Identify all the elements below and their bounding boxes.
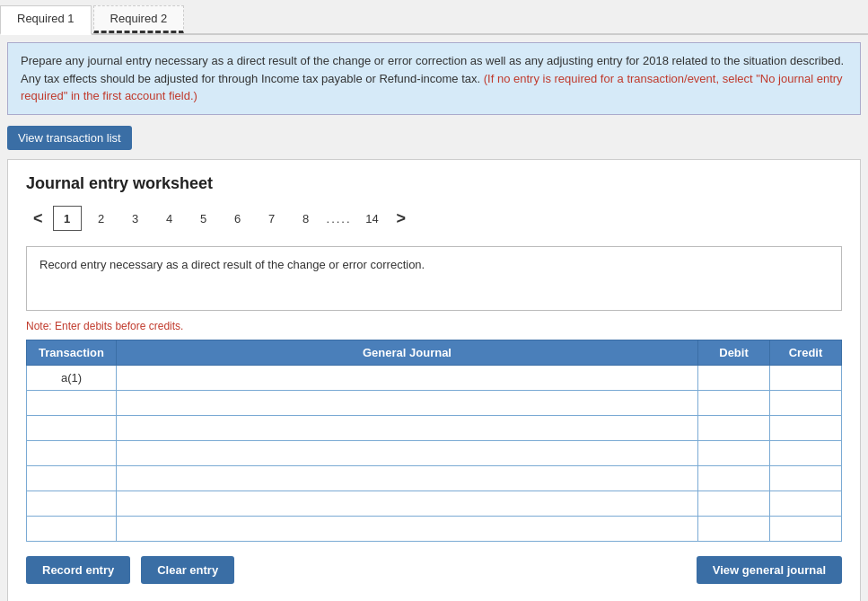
credit-cell[interactable] <box>770 465 842 491</box>
debit-cell[interactable] <box>698 491 770 516</box>
debit-input[interactable] <box>698 416 769 440</box>
note-text: Note: Enter debits before credits. <box>26 320 842 332</box>
credit-cell[interactable] <box>770 365 842 390</box>
page-num-6[interactable]: 6 <box>224 206 252 231</box>
general-journal-input[interactable] <box>117 517 697 541</box>
table-row <box>27 415 842 440</box>
clear-entry-button[interactable]: Clear entry <box>141 556 234 584</box>
credit-input[interactable] <box>770 517 841 541</box>
view-general-journal-button[interactable]: View general journal <box>697 556 842 584</box>
page-next-btn[interactable]: > <box>390 206 414 232</box>
transaction-cell: a(1) <box>27 365 117 390</box>
debit-input[interactable] <box>698 391 769 415</box>
general-journal-cell[interactable] <box>117 516 698 541</box>
description-box: Record entry necessary as a direct resul… <box>26 246 842 311</box>
col-header-debit: Debit <box>698 340 770 365</box>
page-num-7[interactable]: 7 <box>258 206 286 231</box>
credit-input[interactable] <box>770 391 841 415</box>
debit-cell[interactable] <box>698 365 770 390</box>
debit-input[interactable] <box>698 366 769 390</box>
general-journal-cell[interactable] <box>117 365 698 390</box>
credit-input[interactable] <box>770 466 841 491</box>
page-wrapper: Required 1 Required 2 Prepare any journa… <box>0 0 868 601</box>
table-row <box>27 440 842 465</box>
general-journal-input[interactable] <box>117 491 697 516</box>
table-row: a(1) <box>27 365 842 390</box>
buttons-row: Record entry Clear entry View general jo… <box>26 556 842 584</box>
transaction-cell <box>27 390 117 415</box>
credit-cell[interactable] <box>770 440 842 465</box>
credit-input[interactable] <box>770 441 841 465</box>
transaction-cell <box>27 465 117 491</box>
credit-input[interactable] <box>770 491 841 516</box>
debit-cell[interactable] <box>698 516 770 541</box>
general-journal-cell[interactable] <box>117 440 698 465</box>
debit-input[interactable] <box>698 441 769 465</box>
col-header-journal: General Journal <box>117 340 698 365</box>
general-journal-cell[interactable] <box>117 390 698 415</box>
general-journal-cell[interactable] <box>117 415 698 440</box>
transaction-cell <box>27 491 117 516</box>
general-journal-input[interactable] <box>117 391 697 415</box>
description-text: Record entry necessary as a direct resul… <box>39 258 425 271</box>
credit-cell[interactable] <box>770 491 842 516</box>
general-journal-input[interactable] <box>117 441 697 465</box>
worksheet-title: Journal entry worksheet <box>26 174 842 193</box>
tab-required1[interactable]: Required 1 <box>0 5 92 35</box>
view-transaction-button[interactable]: View transaction list <box>7 126 132 150</box>
credit-cell[interactable] <box>770 516 842 541</box>
credit-cell[interactable] <box>770 415 842 440</box>
pagination: < 1 2 3 4 5 6 7 8 ..... 14 > <box>26 206 842 232</box>
general-journal-cell[interactable] <box>117 465 698 491</box>
page-num-8[interactable]: 8 <box>292 206 320 231</box>
debit-cell[interactable] <box>698 440 770 465</box>
debit-input[interactable] <box>698 491 769 516</box>
transaction-cell <box>27 440 117 465</box>
credit-cell[interactable] <box>770 390 842 415</box>
tabs-bar: Required 1 Required 2 <box>0 0 868 35</box>
debit-input[interactable] <box>698 517 769 541</box>
page-num-4[interactable]: 4 <box>155 206 184 231</box>
instruction-banner: Prepare any journal entry necessary as a… <box>7 42 861 115</box>
page-num-5[interactable]: 5 <box>189 206 218 231</box>
general-journal-input[interactable] <box>117 416 697 440</box>
debit-cell[interactable] <box>698 415 770 440</box>
table-row <box>27 516 842 541</box>
credit-input[interactable] <box>770 416 841 440</box>
journal-table: Transaction General Journal Debit Credit… <box>26 340 842 542</box>
record-entry-button[interactable]: Record entry <box>26 556 130 584</box>
debit-input[interactable] <box>698 466 769 491</box>
transaction-cell <box>27 516 117 541</box>
credit-input[interactable] <box>770 366 841 390</box>
table-row <box>27 491 842 516</box>
page-num-1[interactable]: 1 <box>53 206 82 231</box>
general-journal-input[interactable] <box>117 466 697 491</box>
transaction-cell <box>27 415 117 440</box>
general-journal-input[interactable] <box>117 366 697 390</box>
table-row <box>27 390 842 415</box>
page-num-14[interactable]: 14 <box>358 206 387 231</box>
page-num-2[interactable]: 2 <box>87 206 116 231</box>
col-header-credit: Credit <box>770 340 842 365</box>
col-header-transaction: Transaction <box>27 340 117 365</box>
page-prev-btn[interactable]: < <box>26 206 50 232</box>
general-journal-cell[interactable] <box>117 491 698 516</box>
tab-required2[interactable]: Required 2 <box>93 5 185 33</box>
debit-cell[interactable] <box>698 465 770 491</box>
worksheet-container: Journal entry worksheet < 1 2 3 4 5 6 7 … <box>7 159 861 602</box>
debit-cell[interactable] <box>698 390 770 415</box>
page-dots: ..... <box>323 212 355 225</box>
page-num-3[interactable]: 3 <box>121 206 150 231</box>
table-row <box>27 465 842 491</box>
